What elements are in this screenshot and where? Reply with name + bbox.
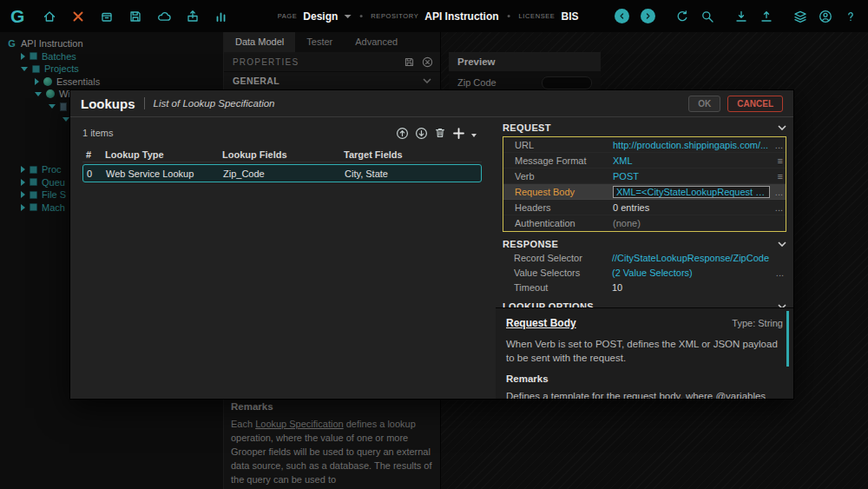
dialog-subtitle: List of Lookup Specification (154, 98, 275, 109)
download-icon[interactable] (734, 10, 748, 23)
section-title: RESPONSE (503, 239, 558, 249)
table-header-row: # Lookup Type Lookup Fields Target Field… (82, 147, 482, 162)
help-property-title: Request Body (506, 317, 576, 329)
request-section-header[interactable]: REQUEST (503, 122, 786, 134)
separator-dot (359, 15, 362, 17)
property-label: Record Selector (514, 253, 612, 263)
list-toolbar: 1 items (82, 123, 482, 142)
batch-icon[interactable] (100, 10, 114, 23)
context-breadcrumb: PAGE Design REPOSITORY API Instruction L… (278, 0, 579, 32)
col-lookup-fields: Lookup Fields (222, 149, 344, 160)
property-row-verb[interactable]: Verb POST ≡ (503, 169, 786, 184)
menu-button[interactable]: ≡ (770, 171, 786, 182)
add-menu-caret-icon[interactable] (471, 134, 477, 137)
ellipsis-button[interactable]: ... (770, 187, 786, 197)
property-value[interactable]: 0 entries (613, 202, 770, 213)
ellipsis-button[interactable]: ... (770, 140, 786, 150)
property-row-authentication[interactable]: Authentication (none) (503, 215, 786, 231)
home-icon[interactable] (43, 10, 56, 23)
help-remarks-body: Defines a template for the request body,… (506, 389, 783, 400)
ellipsis-button[interactable]: ... (770, 202, 786, 213)
property-row-headers[interactable]: Headers 0 entries ... (503, 200, 786, 215)
property-value[interactable]: //CityStateLookupResponse/ZipCode (612, 253, 771, 263)
menu-button[interactable]: ≡ (770, 155, 786, 166)
chevron-down-icon[interactable] (344, 15, 351, 18)
cloud-icon[interactable] (157, 10, 171, 23)
separator-dot (508, 15, 510, 17)
cell-target-fields: City, State (345, 169, 481, 179)
property-label: Authentication (515, 218, 613, 228)
response-section-header[interactable]: RESPONSE (503, 238, 786, 250)
ellipsis-button[interactable]: ... (771, 268, 786, 278)
help-property-type: Type: String (732, 318, 783, 328)
page-label: PAGE (278, 12, 298, 20)
request-highlight-box: URL http://production.shippingapis.com/.… (503, 136, 786, 232)
dialog-header: Lookups List of Lookup Specification OK … (70, 90, 793, 117)
page-value[interactable]: Design (303, 10, 338, 23)
property-label: Message Format (515, 155, 613, 166)
property-row-request-body[interactable]: Request Body XML=<CityStateLookupRequest… (503, 184, 786, 200)
property-value[interactable]: XML (613, 155, 770, 166)
property-value[interactable]: 10 (612, 282, 771, 293)
app-window: G PAGE Design REPOSITORY API Instruction… (0, 0, 868, 489)
property-value[interactable]: (2 Value Selectors) (612, 268, 771, 278)
ok-button[interactable]: OK (688, 96, 720, 112)
upload-icon[interactable] (760, 10, 773, 23)
tools-icon[interactable] (71, 10, 85, 23)
move-up-button[interactable] (396, 127, 409, 140)
lookup-list: 1 items # Lookup Type Lookup Fields Targ… (82, 123, 482, 182)
forward-button[interactable] (641, 9, 655, 23)
col-number: # (82, 149, 105, 160)
layers-icon[interactable] (793, 10, 807, 23)
property-row-record-selector[interactable]: Record Selector //CityStateLookupRespons… (503, 250, 786, 265)
help-scrollbar-thumb[interactable] (786, 311, 789, 367)
property-value[interactable]: XML=<CityStateLookupRequest USER... (613, 186, 770, 198)
grooper-logo: G (10, 6, 24, 27)
property-label: Request Body (515, 187, 613, 197)
repository-value[interactable]: API Instruction (424, 10, 498, 23)
user-icon[interactable] (819, 10, 832, 23)
property-row-timeout[interactable]: Timeout 10 (503, 280, 786, 294)
refresh-icon[interactable] (675, 10, 689, 23)
stats-icon[interactable] (214, 10, 228, 23)
dialog-title: Lookups (81, 96, 135, 111)
export-icon[interactable] (186, 10, 200, 23)
property-label: Verb (515, 171, 613, 182)
move-down-button[interactable] (415, 127, 428, 140)
help-description: When Verb is set to POST, defines the XM… (506, 337, 783, 365)
property-label: URL (515, 140, 613, 150)
cell-number: 0 (83, 169, 106, 179)
property-row-message-format[interactable]: Message Format XML ≡ (503, 153, 786, 169)
topbar-left-icons: G (10, 6, 228, 27)
save-icon[interactable] (128, 10, 142, 23)
property-row-url[interactable]: URL http://production.shippingapis.com/.… (503, 137, 786, 153)
back-button[interactable] (615, 9, 629, 23)
property-value[interactable]: http://production.shippingapis.com/... (613, 140, 770, 150)
property-grid: REQUEST URL http://production.shippingap… (503, 118, 786, 313)
add-button[interactable] (452, 127, 465, 140)
licensee-label: LICENSEE (519, 12, 556, 20)
col-target-fields: Target Fields (344, 149, 482, 160)
property-value[interactable]: (none) (613, 218, 770, 228)
cancel-button[interactable]: CANCEL (727, 96, 783, 112)
licensee-value: BIS (561, 10, 578, 23)
lookups-dialog: Lookups List of Lookup Specification OK … (69, 89, 794, 400)
property-row-value-selectors[interactable]: Value Selectors (2 Value Selectors) ... (503, 265, 786, 280)
cell-lookup-type: Web Service Lookup (106, 169, 223, 179)
help-icon[interactable] (844, 10, 858, 23)
repository-label: REPOSITORY (371, 12, 418, 20)
delete-button[interactable] (434, 127, 446, 139)
property-label: Headers (515, 202, 613, 213)
chevron-down-icon (778, 241, 786, 247)
table-row[interactable]: 0 Web Service Lookup Zip_Code City, Stat… (82, 164, 482, 182)
search-icon[interactable] (700, 10, 714, 23)
help-remarks-title: Remarks (506, 373, 783, 384)
items-count: 1 items (82, 128, 113, 138)
lookup-table: # Lookup Type Lookup Fields Target Field… (82, 147, 482, 182)
chevron-down-icon (778, 125, 786, 130)
title-divider (144, 97, 145, 109)
section-title: REQUEST (503, 122, 551, 133)
response-rows: Record Selector //CityStateLookupRespons… (503, 250, 786, 294)
col-lookup-type: Lookup Type (105, 149, 222, 160)
property-value[interactable]: POST (613, 171, 770, 182)
